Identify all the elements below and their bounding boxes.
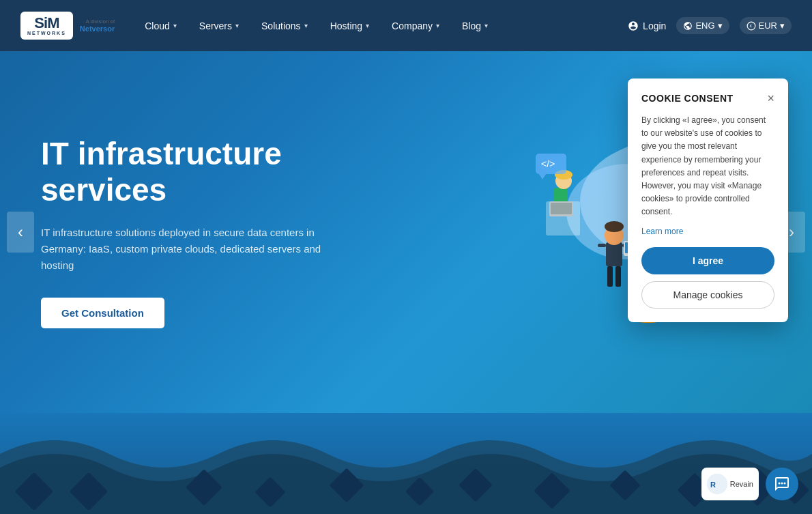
- svg-text:R: R: [710, 481, 716, 489]
- cookie-manage-button[interactable]: Manage cookies: [641, 281, 774, 309]
- hero-description: IT infrastructure solutions deployed in …: [41, 225, 328, 274]
- logo-text: SiM: [34, 16, 59, 31]
- chevron-down-icon: ▾: [366, 22, 369, 29]
- cookie-header: COOKIE CONSENT ×: [641, 92, 774, 104]
- cookie-learn-more-link[interactable]: Learn more: [641, 227, 683, 236]
- nav-item-blog[interactable]: Blog ▾: [452, 15, 497, 37]
- nav-item-servers[interactable]: Servers ▾: [190, 15, 248, 37]
- nav-right: Login ENG ▾ € EUR ▾: [628, 17, 792, 34]
- revain-label: Revain: [730, 480, 753, 488]
- language-selector[interactable]: ENG ▾: [676, 17, 729, 34]
- logo-networks: NETWORKS: [27, 31, 66, 35]
- svg-rect-23: [551, 203, 572, 214]
- logo-division-area: A division of Netversor: [80, 18, 115, 33]
- svg-rect-9: [606, 242, 622, 266]
- login-button[interactable]: Login: [628, 20, 666, 31]
- globe-icon: [683, 21, 693, 31]
- svg-point-11: [605, 221, 624, 232]
- revain-logo-icon: R: [707, 474, 727, 494]
- nav-item-solutions[interactable]: Solutions ▾: [252, 15, 317, 37]
- cookie-body-text: By clicking «I agree», you consent to ou…: [641, 114, 774, 219]
- chevron-down-icon: ▾: [484, 22, 488, 29]
- navbar: SiM NETWORKS A division of Netversor Clo…: [0, 0, 812, 51]
- hero-content: IT infrastructure services IT infrastruc…: [41, 136, 328, 329]
- chevron-down-icon: ▾: [304, 22, 308, 29]
- hero-title: IT infrastructure services: [41, 136, 328, 208]
- cookie-title: COOKIE CONSENT: [641, 93, 734, 104]
- cookie-consent-modal: COOKIE CONSENT × By clicking «I agree», …: [628, 78, 788, 322]
- logo-box: SiM NETWORKS: [20, 12, 73, 40]
- chevron-down-icon: ▾: [235, 22, 239, 29]
- cookie-agree-button[interactable]: I agree: [641, 247, 774, 274]
- revain-badge[interactable]: R Revain: [701, 468, 759, 500]
- nav-item-cloud[interactable]: Cloud ▾: [135, 15, 186, 37]
- logo-netversor: Netversor: [80, 25, 115, 33]
- chevron-down-icon: ▾: [436, 22, 439, 29]
- svg-point-50: [781, 483, 783, 485]
- currency-icon: €: [746, 21, 756, 31]
- svg-text:</>: </>: [541, 158, 555, 169]
- login-icon: [628, 20, 639, 31]
- carousel-prev-button[interactable]: ‹: [7, 212, 34, 253]
- logo-area[interactable]: SiM NETWORKS A division of Netversor: [20, 12, 115, 40]
- currency-selector[interactable]: € EUR ▾: [740, 17, 792, 34]
- svg-rect-13: [615, 266, 621, 287]
- chat-button[interactable]: [766, 468, 798, 500]
- revain-icon: R: [707, 474, 727, 494]
- bottom-icons: R Revain: [701, 468, 798, 500]
- wave-svg: [0, 413, 812, 514]
- chevron-down-icon: ▾: [173, 22, 177, 29]
- svg-rect-12: [607, 266, 613, 287]
- nav-item-hosting[interactable]: Hosting ▾: [321, 15, 379, 37]
- currency-arrow-icon: ▾: [780, 20, 785, 31]
- chat-icon: [774, 476, 790, 492]
- logo-division: A division of: [80, 18, 115, 25]
- wave-section: [0, 413, 812, 514]
- svg-text:€: €: [749, 24, 752, 28]
- hero-cta-button[interactable]: Get Consultation: [41, 298, 164, 328]
- svg-marker-26: [539, 174, 546, 180]
- nav-item-company[interactable]: Company ▾: [382, 15, 449, 37]
- lang-arrow-icon: ▾: [718, 20, 723, 31]
- svg-rect-14: [598, 244, 606, 247]
- cookie-close-button[interactable]: ×: [767, 92, 774, 104]
- svg-point-51: [784, 483, 786, 485]
- svg-point-49: [779, 483, 781, 485]
- nav-links: Cloud ▾ Servers ▾ Solutions ▾ Hosting ▾ …: [135, 15, 628, 37]
